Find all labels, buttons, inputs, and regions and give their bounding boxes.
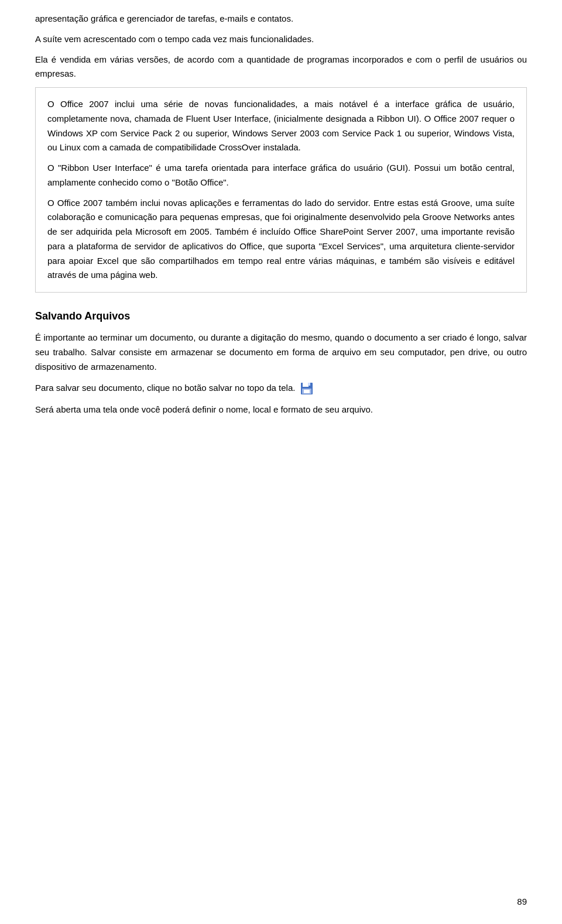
- intro-paragraph-1: apresentação gráfica e gerenciador de ta…: [35, 12, 527, 26]
- section-title: Salvando Arquivos: [35, 310, 527, 322]
- page-number: 89: [517, 896, 527, 906]
- svg-rect-4: [304, 390, 310, 393]
- intro-paragraph-3: Ela é vendida em várias versões, de acor…: [35, 53, 527, 82]
- box-paragraph-2: O "Ribbon User Interface" é uma tarefa o…: [47, 161, 515, 190]
- save-icon: [300, 382, 313, 395]
- box-paragraph-3: O Office 2007 também inclui novas aplica…: [47, 196, 515, 283]
- svg-rect-1: [303, 383, 309, 387]
- box-paragraph-1: O Office 2007 inclui uma série de novas …: [47, 97, 515, 155]
- save-paragraph-1: É importante ao terminar um documento, o…: [35, 331, 527, 374]
- save-paragraph-2-text: Para salvar seu documento, clique no bot…: [35, 383, 295, 393]
- svg-rect-2: [308, 383, 310, 386]
- intro-paragraph-2: A suíte vem acrescentado com o tempo cad…: [35, 32, 527, 47]
- save-paragraph-2: Para salvar seu documento, clique no bot…: [35, 381, 527, 396]
- intro-text-block: apresentação gráfica e gerenciador de ta…: [35, 12, 527, 81]
- page-container: apresentação gráfica e gerenciador de ta…: [0, 0, 562, 924]
- highlighted-box: O Office 2007 inclui uma série de novas …: [35, 87, 527, 293]
- save-section: Salvando Arquivos É importante ao termin…: [35, 310, 527, 417]
- save-paragraph-3: Será aberta uma tela onde você poderá de…: [35, 403, 527, 417]
